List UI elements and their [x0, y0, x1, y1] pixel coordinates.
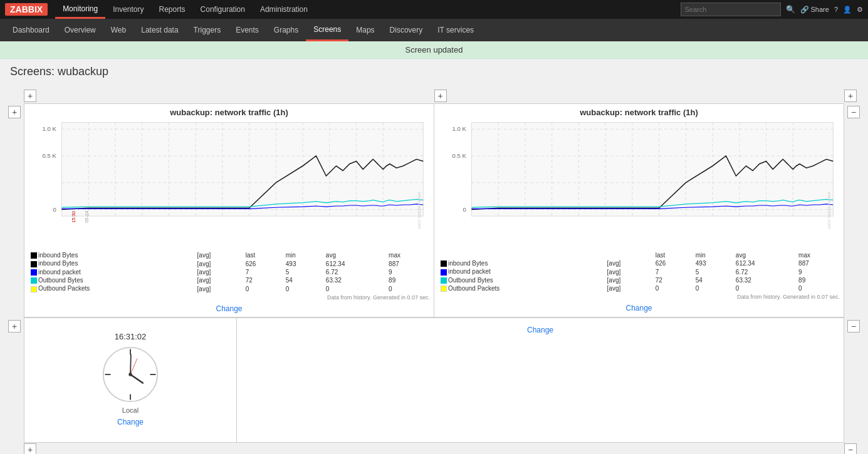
- add-left-row1-btn[interactable]: +: [8, 106, 21, 118]
- sub-nav-graphs[interactable]: Graphs: [266, 19, 306, 41]
- remove-bottom-right-btn[interactable]: −: [844, 443, 857, 454]
- legend-row: inbound packet [avg]756.729: [28, 268, 430, 276]
- clock-time: 16:31:02: [115, 332, 147, 341]
- share-icon: 🔗: [800, 6, 809, 14]
- nav-inventory[interactable]: Inventory: [105, 0, 151, 19]
- alert-bar: Screen updated: [0, 41, 868, 59]
- settings-button[interactable]: ⚙: [857, 6, 863, 14]
- legend-label: inbound Bytes: [38, 252, 78, 259]
- empty-panel-row2: Change: [237, 317, 844, 443]
- sub-nav-it-services[interactable]: IT services: [430, 19, 481, 41]
- graph-2-title: wubackup: network traffic (1h): [438, 108, 840, 117]
- sub-nav-overview[interactable]: Overview: [57, 19, 103, 41]
- nav-reports[interactable]: Reports: [152, 0, 193, 19]
- legend-row: inbound packet [avg]756.729: [438, 267, 840, 276]
- legend-row: inbound Bytes [avg]626493612.34887: [28, 259, 430, 267]
- nav-administration[interactable]: Administration: [253, 0, 315, 19]
- right-ctrl-row2: −: [844, 317, 863, 443]
- bottom-row: + −: [5, 442, 863, 454]
- svg-text:0: 0: [463, 206, 466, 213]
- change-link-3[interactable]: Change: [241, 326, 840, 334]
- graph-1-svg: 1.0 K 0.5 K 0 15:30 05-24: [28, 120, 430, 232]
- sub-nav-events[interactable]: Events: [228, 19, 266, 41]
- clock-row: + 16:31:02: [5, 317, 863, 443]
- page-title: Screens: wubackup: [0, 59, 868, 85]
- legend-row: Outbound Bytes [avg]725463.3289: [438, 276, 840, 284]
- legend-row: Outbound Packets [avg]0000: [28, 284, 430, 292]
- add-top-right-btn[interactable]: +: [434, 90, 447, 102]
- svg-point-50: [128, 373, 132, 376]
- analog-clock-svg: [102, 346, 159, 403]
- graph-panel-1: wubackup: network traffic (1h): [24, 103, 434, 317]
- add-bottom-left-btn[interactable]: +: [24, 443, 36, 454]
- graph-1-title: wubackup: network traffic (1h): [28, 108, 430, 117]
- nav-monitoring[interactable]: Monitoring: [55, 0, 105, 19]
- legend-row: lastminavgmax: [438, 251, 840, 259]
- clock-change-link[interactable]: Change: [117, 418, 144, 426]
- sub-nav: Dashboard Overview Web Latest data Trigg…: [0, 19, 868, 41]
- right-ctrl-row1: −: [844, 103, 863, 317]
- watermark-1: www.zabbix.com: [417, 192, 423, 229]
- search-icon[interactable]: 🔍: [786, 5, 795, 14]
- svg-line-48: [130, 354, 131, 374]
- watermark-2: www.zabbix.com: [827, 192, 833, 229]
- svg-rect-0: [61, 123, 423, 217]
- graph-1-legend: inbound Bytes [avg]lastminavgmax inbound…: [28, 251, 430, 301]
- add-top-left-btn[interactable]: +: [24, 90, 36, 102]
- sub-nav-dashboard[interactable]: Dashboard: [5, 19, 57, 41]
- data-note-2: Data from history. Generated in 0.07 sec…: [438, 294, 840, 300]
- svg-text:1.0 K: 1.0 K: [452, 125, 466, 132]
- sub-nav-latest-data[interactable]: Latest data: [133, 19, 186, 41]
- alert-message: Screen updated: [405, 45, 463, 54]
- graph-2-legend: lastminavgmax inbound Bytes [avg]6264936…: [438, 251, 840, 300]
- graphs-row: + wubackup: network traffic (1h): [5, 103, 863, 317]
- help-button[interactable]: ?: [834, 6, 838, 13]
- svg-rect-22: [471, 123, 833, 217]
- clock-panel: 16:31:02 Local: [24, 317, 237, 443]
- data-note-1: Data from history. Generated in 0.07 sec…: [28, 294, 430, 301]
- sub-nav-web[interactable]: Web: [103, 19, 133, 41]
- legend-row: inbound Bytes [avg]lastminavgmax: [28, 251, 430, 259]
- legend-row: Outbound Bytes [avg]725463.3289: [28, 276, 430, 284]
- graph-2-container: 1.0 K 0.5 K 0: [438, 120, 840, 232]
- left-ctrl-row2: +: [5, 317, 24, 443]
- sub-nav-discovery[interactable]: Discovery: [382, 19, 431, 41]
- graph-1-container: 1.0 K 0.5 K 0 15:30 05-24: [28, 120, 430, 232]
- search-input[interactable]: [681, 3, 781, 16]
- nav-configuration[interactable]: Configuration: [193, 0, 253, 19]
- legend-row: Outbound Packets [avg]0000: [438, 284, 840, 292]
- change-link-2[interactable]: Change: [438, 304, 840, 312]
- left-ctrl-row1: +: [5, 103, 24, 317]
- share-button[interactable]: 🔗 Share: [800, 6, 829, 14]
- graph-2-svg: 1.0 K 0.5 K 0: [438, 120, 840, 232]
- sub-nav-maps[interactable]: Maps: [348, 19, 382, 41]
- sub-nav-screens[interactable]: Screens: [306, 19, 348, 41]
- logo[interactable]: ZABBIX: [5, 3, 48, 16]
- nav-right: 🔍 🔗 Share ? 👤 ⚙: [681, 3, 863, 16]
- svg-text:0.5 K: 0.5 K: [42, 152, 56, 159]
- svg-text:0.5 K: 0.5 K: [452, 152, 466, 159]
- change-link-1[interactable]: Change: [28, 304, 430, 313]
- main-content: + + + + wubackup: network traffic (1h): [0, 85, 868, 454]
- svg-text:1.0 K: 1.0 K: [42, 125, 56, 132]
- top-nav: ZABBIX Monitoring Inventory Reports Conf…: [0, 0, 868, 19]
- sub-nav-triggers[interactable]: Triggers: [186, 19, 229, 41]
- clock-label: Local: [122, 406, 139, 414]
- svg-text:15:30: 15:30: [71, 211, 76, 223]
- add-top-far-right-btn[interactable]: +: [844, 90, 857, 102]
- remove-right-row2-btn[interactable]: −: [847, 320, 860, 333]
- graph-panel-2: wubackup: network traffic (1h): [434, 103, 844, 317]
- user-button[interactable]: 👤: [843, 6, 852, 14]
- legend-row: inbound Bytes [avg]626493612.34887: [438, 259, 840, 267]
- add-left-row2-btn[interactable]: +: [8, 320, 21, 333]
- clock-cell: 16:31:02 Local: [28, 322, 233, 436]
- svg-text:0: 0: [53, 206, 56, 213]
- svg-text:05-24: 05-24: [84, 211, 90, 223]
- remove-right-row1-btn[interactable]: −: [847, 106, 860, 118]
